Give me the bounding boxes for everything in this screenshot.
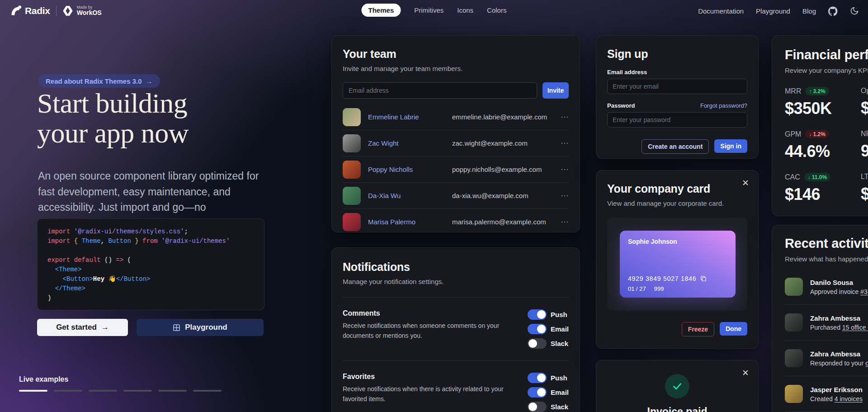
copy-icon[interactable] bbox=[700, 275, 707, 282]
email-label: Email address bbox=[607, 69, 747, 76]
metrics-grid: MRR↑3.2%$350KOp$GPM↓1.2%44.6%NP9CAC↓11.0… bbox=[785, 87, 868, 204]
close-icon[interactable]: ✕ bbox=[742, 178, 749, 188]
card-expiry: 01 / 27 bbox=[628, 285, 646, 292]
theme-toggle-icon[interactable] bbox=[850, 6, 859, 15]
toggle-slack[interactable] bbox=[528, 338, 547, 349]
row-menu-button[interactable]: ⋯ bbox=[561, 165, 569, 174]
close-icon[interactable]: ✕ bbox=[742, 368, 749, 378]
notification-section-title: Comments bbox=[343, 309, 524, 317]
freeze-button[interactable]: Freeze bbox=[682, 322, 714, 336]
radix-logo-icon bbox=[10, 5, 22, 17]
credit-card-panel: Sophie Johnson 4929 3849 5027 1846 01 / … bbox=[607, 218, 747, 310]
toggle-push[interactable] bbox=[528, 373, 547, 383]
team-list: Emmeline Labrieemmeline.labrie@example.c… bbox=[343, 104, 569, 235]
nav-right: DocumentationPlaygroundBlog bbox=[698, 0, 859, 22]
row-menu-button[interactable]: ⋯ bbox=[561, 112, 569, 122]
metric-label: GPM bbox=[785, 130, 801, 138]
metric: MRR↑3.2%$350K bbox=[785, 87, 861, 118]
pagination-dash[interactable] bbox=[158, 390, 187, 392]
activity-link[interactable]: 15 office chairs bbox=[842, 324, 868, 331]
nav-link-playground[interactable]: Playground bbox=[756, 7, 790, 15]
tab-themes[interactable]: Themes bbox=[362, 4, 401, 17]
card-subtitle: View and manage your corporate card. bbox=[607, 199, 747, 207]
toggle-push[interactable] bbox=[528, 309, 547, 320]
arrow-right-icon: → bbox=[146, 77, 153, 85]
toggle-label: Email bbox=[551, 388, 569, 396]
member-name-link[interactable]: Poppy Nicholls bbox=[368, 166, 445, 173]
activity-name: Zahra Ambessa bbox=[810, 350, 868, 358]
announcement-banner[interactable]: Read about Radix Themes 3.0 → bbox=[38, 74, 160, 88]
member-name-link[interactable]: Da-Xia Wu bbox=[368, 192, 445, 199]
workos-wordmark: Made by WorkOS bbox=[77, 5, 102, 16]
pagination-dash[interactable] bbox=[193, 390, 222, 392]
workos-logo-icon bbox=[62, 5, 73, 16]
activity-link[interactable]: #3461 bbox=[860, 288, 868, 295]
row-menu-button[interactable]: ⋯ bbox=[561, 191, 569, 200]
radix-logo[interactable]: Radix bbox=[10, 5, 50, 17]
toggle-email[interactable] bbox=[528, 324, 547, 334]
nav-link-blog[interactable]: Blog bbox=[802, 7, 816, 15]
pagination-dash[interactable] bbox=[89, 390, 117, 392]
code-block: import '@radix-ui/themes/styles.css';imp… bbox=[37, 218, 264, 310]
card-subtitle: Manage your notification settings. bbox=[343, 278, 569, 285]
get-started-button[interactable]: Get started → bbox=[37, 319, 128, 336]
activity-link[interactable]: comment bbox=[865, 360, 868, 367]
row-menu-button[interactable]: ⋯ bbox=[561, 217, 569, 227]
arrow-down-icon: ↓ bbox=[808, 174, 811, 180]
pagination-dash[interactable] bbox=[19, 390, 47, 392]
nav-link-documentation[interactable]: Documentation bbox=[698, 7, 744, 15]
activity-desc: Purchased 15 office chairs bbox=[810, 324, 868, 331]
create-account-button[interactable]: Create an account bbox=[642, 139, 709, 154]
tab-primitives[interactable]: Primitives bbox=[414, 6, 443, 14]
playground-button[interactable]: Playground bbox=[137, 319, 264, 336]
forgot-password-link[interactable]: Forgot password? bbox=[700, 102, 747, 109]
team-row: Da-Xia Wuda-xia.wu@example.com⋯ bbox=[343, 182, 569, 208]
github-icon[interactable] bbox=[828, 6, 838, 16]
workos-logo[interactable]: Made by WorkOS bbox=[62, 5, 102, 16]
activity-list: Danilo SousaApproved invoice #3461Zahra … bbox=[785, 269, 868, 412]
card-title: Sign up bbox=[607, 47, 747, 61]
team-row: Zac Wightzac.wight@example.com⋯ bbox=[343, 130, 569, 156]
metric: GPM↓1.2%44.6% bbox=[785, 130, 861, 161]
avatar bbox=[785, 349, 803, 367]
activity-row: Zahra AmbessaPurchased 15 office chairs bbox=[785, 304, 868, 340]
done-button[interactable]: Done bbox=[720, 322, 747, 336]
tab-colors[interactable]: Colors bbox=[487, 6, 506, 14]
brand-group: Radix Made by WorkOS bbox=[10, 0, 102, 22]
code-block-content: import '@radix-ui/themes/styles.css';imp… bbox=[47, 227, 254, 303]
member-name-link[interactable]: Emmeline Labrie bbox=[368, 113, 445, 121]
email-address-input[interactable] bbox=[343, 82, 537, 99]
member-name-link[interactable]: Marisa Palermo bbox=[368, 218, 445, 226]
invite-button[interactable]: Invite bbox=[542, 82, 569, 99]
member-name-link[interactable]: Zac Wight bbox=[368, 139, 445, 147]
avatar bbox=[785, 278, 803, 296]
notification-section-desc: Receive notifications when someone comme… bbox=[343, 321, 524, 341]
sign-in-button[interactable]: Sign in bbox=[714, 139, 747, 153]
tab-icons[interactable]: Icons bbox=[457, 6, 473, 14]
notifications-card: Notifications Manage your notification s… bbox=[331, 247, 580, 412]
metric-partial: Op$ bbox=[861, 87, 868, 118]
card-subtitle: Invite and manage your team members. bbox=[343, 65, 569, 72]
row-menu-button[interactable]: ⋯ bbox=[561, 138, 569, 148]
toggle-label: Push bbox=[551, 374, 567, 382]
activity-row: Zahra AmbessaResponded to your comment bbox=[785, 340, 868, 376]
financial-performance-card: Financial performance Review your compan… bbox=[772, 35, 868, 216]
toggle-email[interactable] bbox=[528, 387, 547, 398]
member-email: emmeline.labrie@example.com bbox=[452, 113, 553, 121]
avatar bbox=[343, 108, 361, 126]
metric-value: $ bbox=[861, 99, 868, 118]
toggle-slack[interactable] bbox=[528, 402, 547, 412]
pagination-dash[interactable] bbox=[123, 390, 152, 392]
toggle-label: Slack bbox=[551, 403, 568, 411]
card-title: Your company card bbox=[607, 182, 747, 195]
invite-row: Invite bbox=[343, 82, 569, 99]
card-expiry-row: 01 / 27 999 bbox=[628, 285, 664, 292]
toggle-label: Email bbox=[551, 325, 569, 333]
pagination-dash[interactable] bbox=[54, 390, 82, 392]
signup-email-input[interactable] bbox=[607, 79, 747, 94]
avatar bbox=[343, 161, 361, 179]
metric-badge: ↓11.0% bbox=[804, 173, 830, 181]
signup-password-input[interactable] bbox=[607, 112, 747, 128]
activity-link[interactable]: 4 invoices bbox=[835, 395, 863, 403]
notification-section: FavoritesReceive notifications when ther… bbox=[343, 360, 569, 412]
